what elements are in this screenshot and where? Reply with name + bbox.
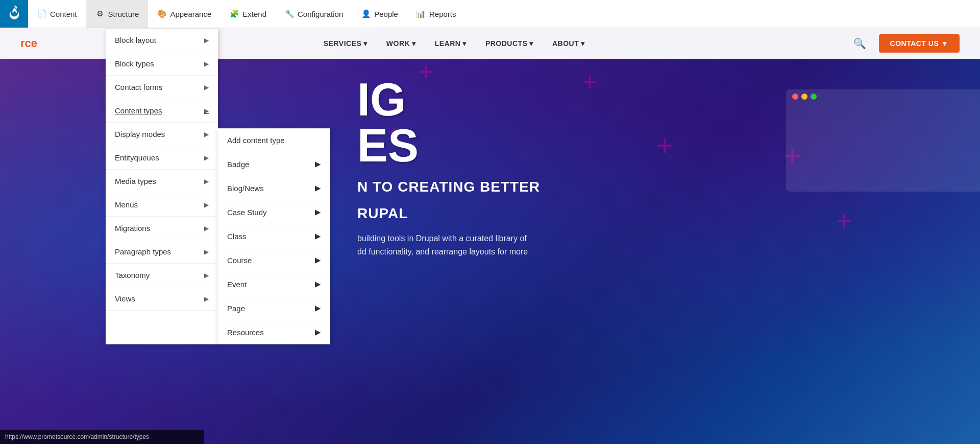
chevron-right-icon: ▶	[204, 107, 209, 114]
chevron-right-icon: ▶	[204, 154, 209, 161]
hero-drupal-text: RUPAL	[357, 205, 540, 222]
admin-nav-configuration[interactable]: 🔧 Configuration	[276, 0, 352, 28]
site-nav-learn[interactable]: LEARN ▾	[427, 35, 475, 52]
chevron-right-icon: ▶	[204, 272, 209, 279]
content-type-add[interactable]: Add content type	[218, 129, 330, 152]
chevron-right-icon: ▶	[315, 255, 321, 265]
person-icon: 👤	[361, 9, 371, 18]
admin-nav-appearance[interactable]: 🎨 Appearance	[148, 0, 220, 28]
chevron-right-icon: ▶	[315, 183, 321, 193]
admin-toolbar: 📄 Content ⚙ Structure 🎨 Appearance 🧩 Ext…	[0, 0, 980, 28]
site-nav-about[interactable]: ABOUT ▾	[544, 35, 593, 52]
hero-sub-text: ES	[357, 123, 540, 169]
content-type-page[interactable]: Page ▶	[218, 296, 330, 320]
content-type-class[interactable]: Class ▶	[218, 224, 330, 248]
structure-item-content-types[interactable]: Content types ▶	[106, 99, 218, 123]
chevron-right-icon: ▶	[315, 279, 321, 289]
structure-item-paragraph-types[interactable]: Paragraph types ▶	[106, 240, 218, 264]
structure-item-views[interactable]: Views ▶	[106, 287, 218, 311]
chevron-right-icon: ▶	[204, 295, 209, 302]
admin-nav-extend[interactable]: 🧩 Extend	[220, 0, 276, 28]
site-logo: rce	[20, 37, 37, 50]
hero-window-decoration	[786, 89, 980, 192]
hero-content: IG ES N TO CREATING BETTER RUPAL buildin…	[357, 77, 540, 258]
window-dot-green	[811, 94, 817, 100]
cross-decoration: +	[582, 69, 597, 95]
search-icon[interactable]: 🔍	[851, 35, 869, 52]
chevron-right-icon: ▶	[204, 84, 209, 91]
hero-cta-line: N TO CREATING BETTER	[357, 179, 540, 195]
admin-nav-structure[interactable]: ⚙ Structure	[86, 0, 149, 28]
structure-dropdown: Block layout ▶ Block types ▶ Contact for…	[106, 28, 330, 344]
structure-dropdown-l1: Block layout ▶ Block types ▶ Contact for…	[106, 28, 218, 344]
structure-item-block-layout[interactable]: Block layout ▶	[106, 29, 218, 52]
content-type-blog-news[interactable]: Blog/News ▶	[218, 176, 330, 200]
structure-item-block-types[interactable]: Block types ▶	[106, 52, 218, 76]
structure-item-taxonomy[interactable]: Taxonomy ▶	[106, 264, 218, 287]
window-dot-yellow	[801, 94, 807, 100]
site-nav-work[interactable]: WORK ▾	[378, 35, 424, 52]
admin-nav-content[interactable]: 📄 Content	[28, 0, 86, 28]
chevron-right-icon: ▶	[204, 248, 209, 255]
site-nav-products[interactable]: PRODUCTS ▾	[477, 35, 542, 52]
brush-icon: 🎨	[157, 9, 166, 18]
structure-item-media-types[interactable]: Media types ▶	[106, 170, 218, 193]
window-dot-red	[792, 94, 798, 100]
admin-nav-people[interactable]: 👤 People	[352, 0, 407, 28]
chevron-right-icon: ▶	[204, 178, 209, 185]
cross-decoration: +	[656, 130, 674, 161]
structure-item-display-modes[interactable]: Display modes ▶	[106, 123, 218, 146]
window-dots	[786, 89, 980, 104]
chevron-right-icon: ▶	[204, 131, 209, 138]
admin-nav-reports[interactable]: 📊 Reports	[407, 0, 465, 28]
structure-item-migrations[interactable]: Migrations ▶	[106, 217, 218, 240]
content-type-event[interactable]: Event ▶	[218, 272, 330, 296]
structure-item-entityqueues[interactable]: Entityqueues ▶	[106, 146, 218, 170]
chevron-right-icon: ▶	[315, 303, 321, 313]
content-types-dropdown: Add content type Badge ▶ Blog/News ▶ Cas…	[218, 128, 330, 344]
hero-description: building tools in Drupal with a curated …	[357, 232, 540, 258]
content-type-resources[interactable]: Resources ▶	[218, 320, 330, 344]
chevron-right-icon: ▶	[315, 159, 321, 169]
chevron-right-icon: ▶	[315, 207, 321, 217]
hero-big-text-1: IG	[357, 77, 540, 123]
wrench-icon: 🔧	[285, 9, 294, 18]
content-type-badge[interactable]: Badge ▶	[218, 152, 330, 176]
puzzle-icon: 🧩	[230, 9, 239, 18]
contact-us-button[interactable]: CONTACT US ▼	[879, 34, 960, 53]
structure-icon: ⚙	[95, 9, 105, 18]
cross-decoration: +	[836, 207, 852, 235]
status-bar: https://www.prometsource.com/admin/struc…	[0, 430, 204, 444]
chevron-right-icon: ▶	[204, 60, 209, 67]
file-icon: 📄	[37, 9, 46, 18]
chevron-right-icon: ▶	[315, 231, 321, 241]
content-type-case-study[interactable]: Case Study ▶	[218, 200, 330, 224]
content-type-course[interactable]: Course ▶	[218, 248, 330, 272]
chevron-right-icon: ▶	[315, 328, 321, 337]
structure-item-contact-forms[interactable]: Contact forms ▶	[106, 76, 218, 99]
chart-icon: 📊	[416, 9, 426, 18]
structure-item-menus[interactable]: Menus ▶	[106, 193, 218, 217]
chevron-right-icon: ▶	[204, 37, 209, 44]
chevron-right-icon: ▶	[204, 225, 209, 232]
chevron-right-icon: ▶	[204, 201, 209, 208]
drupal-logo[interactable]	[0, 0, 28, 28]
